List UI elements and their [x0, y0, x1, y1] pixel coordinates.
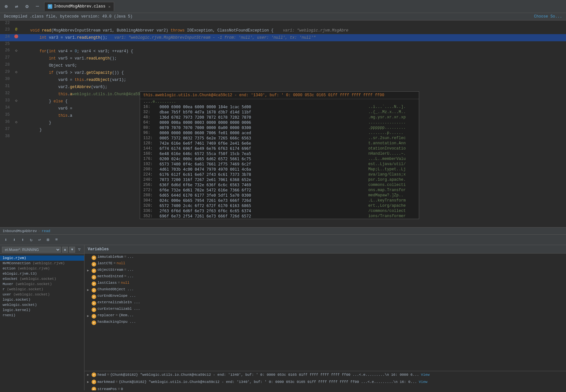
settings-icon[interactable]: ⚙: [23, 3, 31, 10]
stack-frame-10[interactable]: logic.kernel): [0, 307, 84, 313]
stack-frame-7[interactable]: uxer (weblogic.socket): [0, 292, 84, 297]
line-code-34: var6 =: [19, 105, 72, 112]
strip-icon-head: f: [92, 372, 96, 377]
strip-expand-markhead[interactable]: ▶: [87, 380, 92, 384]
refresh-icon[interactable]: ↻: [28, 237, 34, 243]
var-name-1: lastCTE: [97, 261, 112, 265]
grid-icon[interactable]: ⊞: [45, 237, 51, 243]
var-icon-4: f: [92, 281, 96, 286]
config-icon[interactable]: ⇌: [13, 3, 20, 10]
code-line-22: 22: [0, 20, 566, 27]
line-code-26: for(int var4 = 0; var4 < var3; ++var4) {: [19, 48, 133, 55]
fold-33[interactable]: ◇: [15, 98, 17, 103]
var-expand-9[interactable]: ▶: [87, 314, 92, 318]
hex-panel[interactable]: this.aweblogic.utils.io.Chunk@4ca59c12 -…: [140, 91, 419, 219]
stack-frame-label-2: ection (weblogic.rjvm): [3, 267, 50, 270]
stack-frame-3[interactable]: eblogic.rjvm.t3): [0, 271, 84, 276]
hex-row-352: 352: 696f 6e73 2f54 7261 6e73 666f 726d …: [140, 214, 419, 219]
hex-row-336: 336: 2f63 6f6d 6d6f 6e73 2f63 6f6c 6c65 …: [140, 208, 419, 214]
hex-row-48: 48: 136d 6702 7973 7200 7872 0178 7202 7…: [140, 115, 419, 120]
download-icon[interactable]: ⬇: [3, 237, 9, 243]
line-number-28: 28: [0, 62, 13, 67]
minimize-icon[interactable]: ─: [34, 3, 41, 10]
back-icon[interactable]: ↩: [36, 237, 43, 243]
var-expand-5[interactable]: ▶: [87, 288, 92, 292]
var-item-8: f curExternalizabl ...: [84, 306, 566, 313]
stack-frame-2[interactable]: ection (weblogic.rjvm): [0, 266, 84, 271]
breadcrumb: InboundMsgAbbrev > read: [0, 227, 566, 234]
var-val-7: ...: [134, 300, 140, 304]
globe-icon[interactable]: ⊕: [3, 3, 10, 10]
stack-frame-11[interactable]: rneni): [0, 313, 84, 318]
stack-frame-6[interactable]: r (weblogic.socket): [0, 287, 84, 292]
tab-bar: C InboundMsgAbbrev.class ✕: [44, 2, 563, 11]
upload-icon[interactable]: ⬆: [19, 237, 26, 243]
list-icon[interactable]: ≡: [53, 237, 60, 243]
line-number-24: 24: [0, 34, 13, 39]
hex-row-32: 32: dbae 7b5f b5f0 4d7a 1678 d3b7 d14d 1…: [140, 110, 419, 115]
var-icon-8: f: [92, 307, 96, 312]
nav-down-btn[interactable]: ▼: [69, 247, 75, 253]
var-expand-2[interactable]: ▶: [87, 268, 92, 272]
var-val-4: null: [121, 281, 129, 285]
stack-frame-label-9: weblogic.socket): [3, 303, 37, 307]
var-name-6: curEndEnvelope: [97, 294, 127, 298]
var-name-3: methodInited: [97, 274, 123, 278]
stack-frame-4[interactable]: eSocket (weblogic.socket): [0, 276, 84, 281]
stack-frame-8[interactable]: logic.socket): [0, 297, 84, 302]
var-icon-2: f: [92, 268, 96, 273]
var-item-5: ▶ f ChunkedObject ...: [84, 287, 566, 293]
choose-source-button[interactable]: Choose So...: [534, 14, 562, 19]
line-number-23: 23: [0, 27, 13, 32]
var-item-1: f lastCTE = null: [84, 261, 566, 267]
strip-name-head: head: [97, 373, 106, 377]
hex-row-320: 320: 6572 7400 2c4c 6f72 672f 6170 6163 …: [140, 203, 419, 208]
line-code-23: void read(MsgAbbrevInputStream var1, Bub…: [19, 27, 348, 34]
code-line-26: 26 ◇ for(int var4 = 0; var4 < var3; ++va…: [0, 48, 566, 55]
strip-expand-head[interactable]: ▶: [87, 373, 92, 377]
var-icon-3: f: [92, 275, 96, 280]
hex-row-160: 160: 6e48 616e 646c 6572 55ca f50f 15cb …: [140, 151, 419, 156]
strip-link-markhead[interactable]: View: [419, 380, 427, 384]
debug-panel: et.Muxer*: RUNNING ▲ ▼ ▽ logic.rjvm) NVM…: [0, 245, 84, 390]
hex-row-272: 272: 6f6e 732e 6d61 702e 5472 616e 7366 …: [140, 188, 419, 193]
tab-inbound-class[interactable]: C InboundMsgAbbrev.class ✕: [44, 2, 114, 11]
filter-btn[interactable]: ▽: [76, 247, 82, 253]
download2-icon[interactable]: ⬇: [11, 237, 18, 243]
line-number-30: 30: [0, 77, 13, 81]
nav-up-btn[interactable]: ▲: [62, 247, 68, 253]
var-icon-10: f: [92, 320, 96, 325]
stack-frame-0[interactable]: logic.rjvm): [0, 255, 84, 261]
bottom-strip: ▶ f head = {Chunk@10182} "weblogic.utils…: [84, 371, 566, 390]
strip-icon-markhead: f: [92, 380, 96, 384]
gutter-26: ◇: [13, 48, 19, 53]
fold-36[interactable]: ◇: [15, 120, 17, 124]
gutter-33: ◇: [13, 98, 19, 103]
stack-list: logic.rjvm) NVMConnection (weblogic.rjvm…: [0, 254, 84, 390]
variables-header: Variables: [84, 245, 566, 254]
class-file-icon: C: [48, 4, 52, 9]
fold-26[interactable]: ◇: [15, 48, 17, 53]
tab-close-icon[interactable]: ✕: [108, 5, 110, 9]
line-code-33: } else {: [19, 98, 68, 105]
stack-frame-9[interactable]: weblogic.socket): [0, 302, 84, 307]
stack-frame-label-7: uxer (weblogic.socket): [3, 293, 50, 296]
hex-row-304: 304: 024c 000e 6b65 7954 7261 6e73 666f …: [140, 198, 419, 203]
code-line-24: 24 int var3 = var1.readLength(); var1: "…: [0, 34, 566, 41]
hex-row-16: 16: 0000 6900 00ea 6000 0000 184e 1cac 5…: [140, 104, 419, 110]
thread-dropdown[interactable]: et.Muxer*: RUNNING: [2, 247, 61, 253]
var-item-9: ▶ f replacer = {Rem...: [84, 313, 566, 319]
stack-frame-label-3: eblogic.rjvm.t3): [3, 272, 37, 276]
strip-link-head[interactable]: View: [421, 373, 430, 377]
fold-29[interactable]: ◇: [15, 70, 17, 74]
stack-frame-1[interactable]: NVMConnection (weblogic.rjvm): [0, 261, 84, 266]
stack-frame-label-1: NVMConnection (weblogic.rjvm): [3, 261, 65, 265]
line-code-27: int var5 = var1.readLength();: [19, 55, 117, 62]
hex-row-128: 128: 742e 616e 6e6f 7461 7469 6f6e 2e41 …: [140, 141, 419, 146]
hex-row-192: 192: 6573 7400 0f4c 6a61 7661 2f75 7469 …: [140, 162, 419, 167]
line-number-31: 31: [0, 84, 13, 88]
stack-frame-5[interactable]: Muxer (weblogic.socket): [0, 281, 84, 287]
info-bar: Decompiled .class file, bytecode version…: [0, 13, 566, 20]
gutter-36: ◇: [13, 120, 19, 124]
var-val-9: {Rem...: [119, 313, 134, 317]
